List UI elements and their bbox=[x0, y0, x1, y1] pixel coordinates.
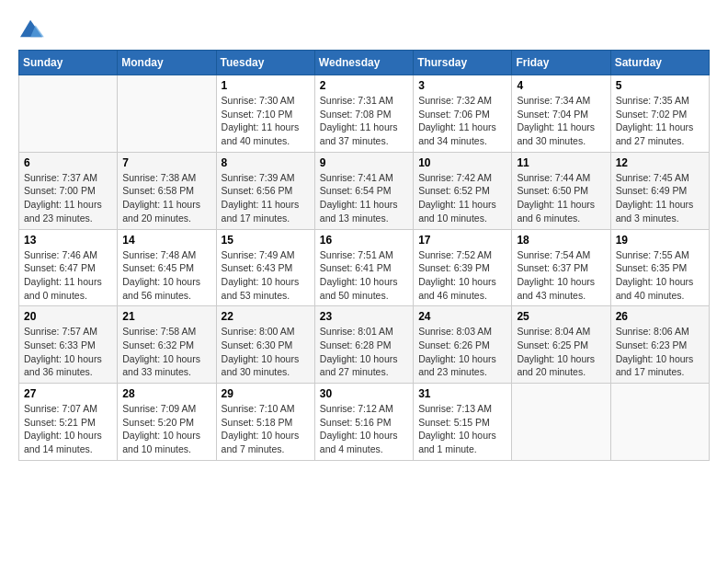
daylight-label: Daylight: 10 hours and 14 minutes. bbox=[24, 430, 102, 454]
daylight-label: Daylight: 10 hours and 23 minutes. bbox=[418, 353, 496, 378]
calendar-cell: 13Sunrise: 7:46 AMSunset: 6:47 PMDayligh… bbox=[19, 229, 118, 306]
weekday-header-row: SundayMondayTuesdayWednesdayThursdayFrid… bbox=[19, 51, 710, 75]
day-number: 6 bbox=[24, 156, 112, 169]
calendar-cell: 11Sunrise: 7:44 AMSunset: 6:50 PMDayligh… bbox=[512, 152, 610, 229]
day-info: Sunrise: 7:48 AMSunset: 6:45 PMDaylight:… bbox=[122, 248, 210, 303]
sunset-label: Sunset: 6:35 PM bbox=[616, 262, 688, 273]
day-info: Sunrise: 7:57 AMSunset: 6:33 PMDaylight:… bbox=[24, 325, 112, 379]
day-number: 11 bbox=[517, 156, 605, 169]
day-number: 14 bbox=[122, 234, 210, 247]
sunset-label: Sunset: 6:33 PM bbox=[24, 339, 96, 350]
daylight-label: Daylight: 10 hours and 50 minutes. bbox=[320, 276, 398, 301]
sunrise-label: Sunrise: 7:41 AM bbox=[320, 172, 393, 183]
day-info: Sunrise: 7:44 AMSunset: 6:50 PMDaylight:… bbox=[517, 171, 605, 225]
calendar-cell: 22Sunrise: 8:00 AMSunset: 6:30 PMDayligh… bbox=[216, 306, 314, 384]
day-number: 25 bbox=[517, 310, 605, 323]
sunset-label: Sunset: 5:21 PM bbox=[24, 417, 96, 428]
sunrise-label: Sunrise: 8:06 AM bbox=[616, 326, 689, 337]
calendar-cell: 1Sunrise: 7:30 AMSunset: 7:10 PMDaylight… bbox=[216, 75, 314, 153]
day-info: Sunrise: 7:12 AMSunset: 5:16 PMDaylight:… bbox=[320, 402, 408, 456]
sunrise-label: Sunrise: 7:10 AM bbox=[222, 403, 295, 414]
daylight-label: Daylight: 10 hours and 46 minutes. bbox=[418, 276, 496, 301]
sunrise-label: Sunrise: 7:54 AM bbox=[517, 249, 590, 260]
calendar-cell: 16Sunrise: 7:51 AMSunset: 6:41 PMDayligh… bbox=[314, 229, 413, 306]
sunset-label: Sunset: 5:16 PM bbox=[320, 417, 392, 428]
weekday-header-thursday: Thursday bbox=[414, 51, 512, 75]
day-info: Sunrise: 8:04 AMSunset: 6:25 PMDaylight:… bbox=[517, 325, 605, 379]
sunrise-label: Sunrise: 7:13 AM bbox=[418, 403, 492, 414]
day-info: Sunrise: 7:45 AMSunset: 6:49 PMDaylight:… bbox=[616, 171, 704, 225]
page-header bbox=[18, 18, 710, 40]
day-info: Sunrise: 7:10 AMSunset: 5:18 PMDaylight:… bbox=[222, 402, 310, 456]
calendar-cell: 3Sunrise: 7:32 AMSunset: 7:06 PMDaylight… bbox=[414, 75, 512, 153]
sunset-label: Sunset: 6:58 PM bbox=[122, 185, 194, 196]
daylight-label: Daylight: 10 hours and 20 minutes. bbox=[517, 353, 595, 378]
sunset-label: Sunset: 6:28 PM bbox=[320, 339, 392, 350]
day-number: 23 bbox=[320, 310, 408, 323]
day-number: 30 bbox=[320, 387, 408, 400]
day-number: 15 bbox=[222, 234, 310, 247]
sunrise-label: Sunrise: 8:00 AM bbox=[222, 326, 295, 337]
sunset-label: Sunset: 5:18 PM bbox=[222, 417, 293, 428]
sunrise-label: Sunrise: 7:52 AM bbox=[418, 249, 492, 260]
calendar-cell bbox=[512, 384, 610, 461]
sunrise-label: Sunrise: 7:39 AM bbox=[222, 172, 295, 183]
calendar-cell: 31Sunrise: 7:13 AMSunset: 5:15 PMDayligh… bbox=[414, 384, 512, 461]
daylight-label: Daylight: 10 hours and 53 minutes. bbox=[222, 276, 300, 301]
daylight-label: Daylight: 11 hours and 27 minutes. bbox=[616, 121, 694, 146]
calendar-cell bbox=[19, 75, 118, 153]
calendar-cell: 17Sunrise: 7:52 AMSunset: 6:39 PMDayligh… bbox=[414, 229, 512, 306]
calendar-cell: 5Sunrise: 7:35 AMSunset: 7:02 PMDaylight… bbox=[610, 75, 709, 153]
sunrise-label: Sunrise: 7:51 AM bbox=[320, 249, 393, 260]
daylight-label: Daylight: 11 hours and 30 minutes. bbox=[517, 121, 595, 146]
sunrise-label: Sunrise: 7:57 AM bbox=[24, 326, 97, 337]
sunrise-label: Sunrise: 7:07 AM bbox=[24, 403, 97, 414]
sunrise-label: Sunrise: 7:44 AM bbox=[517, 172, 590, 183]
day-number: 22 bbox=[222, 310, 310, 323]
calendar-cell: 6Sunrise: 7:37 AMSunset: 7:00 PMDaylight… bbox=[19, 152, 118, 229]
calendar-week-5: 27Sunrise: 7:07 AMSunset: 5:21 PMDayligh… bbox=[19, 384, 710, 461]
sunset-label: Sunset: 6:45 PM bbox=[122, 262, 194, 273]
daylight-label: Daylight: 10 hours and 36 minutes. bbox=[24, 353, 102, 378]
sunrise-label: Sunrise: 7:32 AM bbox=[418, 95, 492, 106]
daylight-label: Daylight: 10 hours and 27 minutes. bbox=[320, 353, 398, 378]
day-number: 31 bbox=[418, 387, 506, 400]
sunset-label: Sunset: 6:43 PM bbox=[222, 262, 293, 273]
calendar-cell: 24Sunrise: 8:03 AMSunset: 6:26 PMDayligh… bbox=[414, 306, 512, 384]
day-info: Sunrise: 7:51 AMSunset: 6:41 PMDaylight:… bbox=[320, 248, 408, 303]
day-info: Sunrise: 7:42 AMSunset: 6:52 PMDaylight:… bbox=[418, 171, 506, 225]
day-info: Sunrise: 7:54 AMSunset: 6:37 PMDaylight:… bbox=[517, 248, 605, 303]
calendar-cell: 26Sunrise: 8:06 AMSunset: 6:23 PMDayligh… bbox=[610, 306, 709, 384]
day-number: 4 bbox=[517, 79, 605, 92]
sunset-label: Sunset: 6:25 PM bbox=[517, 339, 588, 350]
sunrise-label: Sunrise: 7:45 AM bbox=[616, 172, 689, 183]
sunset-label: Sunset: 7:00 PM bbox=[24, 185, 96, 196]
day-number: 29 bbox=[222, 387, 310, 400]
day-number: 5 bbox=[616, 79, 704, 92]
day-info: Sunrise: 8:03 AMSunset: 6:26 PMDaylight:… bbox=[418, 325, 506, 379]
sunset-label: Sunset: 6:37 PM bbox=[517, 262, 588, 273]
day-info: Sunrise: 7:31 AMSunset: 7:08 PMDaylight:… bbox=[320, 94, 408, 148]
day-number: 2 bbox=[320, 79, 408, 92]
day-info: Sunrise: 7:49 AMSunset: 6:43 PMDaylight:… bbox=[222, 248, 310, 303]
daylight-label: Daylight: 10 hours and 33 minutes. bbox=[122, 353, 200, 378]
daylight-label: Daylight: 10 hours and 43 minutes. bbox=[517, 276, 595, 301]
day-info: Sunrise: 7:32 AMSunset: 7:06 PMDaylight:… bbox=[418, 94, 506, 148]
sunset-label: Sunset: 6:49 PM bbox=[616, 185, 688, 196]
day-number: 20 bbox=[24, 310, 112, 323]
calendar-cell: 12Sunrise: 7:45 AMSunset: 6:49 PMDayligh… bbox=[610, 152, 709, 229]
day-number: 16 bbox=[320, 234, 408, 247]
calendar-cell: 30Sunrise: 7:12 AMSunset: 5:16 PMDayligh… bbox=[314, 384, 413, 461]
sunrise-label: Sunrise: 7:55 AM bbox=[616, 249, 689, 260]
sunset-label: Sunset: 6:50 PM bbox=[517, 185, 588, 196]
day-number: 24 bbox=[418, 310, 506, 323]
sunrise-label: Sunrise: 8:01 AM bbox=[320, 326, 393, 337]
day-info: Sunrise: 7:46 AMSunset: 6:47 PMDaylight:… bbox=[24, 248, 112, 303]
day-number: 3 bbox=[418, 79, 506, 92]
sunset-label: Sunset: 5:15 PM bbox=[418, 417, 490, 428]
day-info: Sunrise: 8:01 AMSunset: 6:28 PMDaylight:… bbox=[320, 325, 408, 379]
calendar-cell: 21Sunrise: 7:58 AMSunset: 6:32 PMDayligh… bbox=[118, 306, 216, 384]
calendar-cell: 2Sunrise: 7:31 AMSunset: 7:08 PMDaylight… bbox=[314, 75, 413, 153]
sunrise-label: Sunrise: 8:04 AM bbox=[517, 326, 590, 337]
day-info: Sunrise: 7:41 AMSunset: 6:54 PMDaylight:… bbox=[320, 171, 408, 225]
